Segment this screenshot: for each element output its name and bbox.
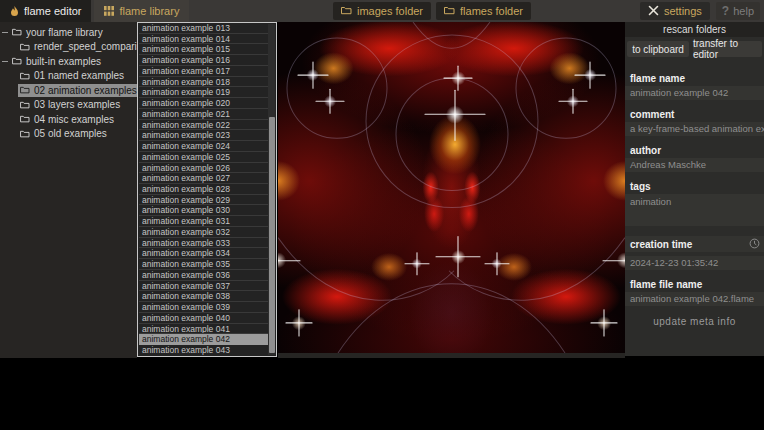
folder-icon xyxy=(20,130,30,138)
folder-buttons: images folder flames folder xyxy=(333,2,531,20)
top-toolbar: flame editor flame library images folder xyxy=(0,0,764,22)
details-panel: rescan folders to clipboard transfer to … xyxy=(625,22,764,356)
tree-item-inner[interactable]: built-in examples xyxy=(10,55,105,68)
update-meta-info-button[interactable]: update meta info xyxy=(625,314,764,329)
flame-icon xyxy=(10,6,19,17)
list-scrollbar-thumb[interactable] xyxy=(269,117,275,354)
tab-flame-editor[interactable]: flame editor xyxy=(0,0,91,22)
tools-icon xyxy=(648,5,659,18)
sidebar-item-02-animation-examples[interactable]: 02 animation examples xyxy=(0,83,137,98)
tree-item-label: render_speed_comparison xyxy=(34,41,153,52)
to-clipboard-button[interactable]: to clipboard xyxy=(627,41,689,57)
list-item[interactable]: animation example 025 xyxy=(139,152,268,163)
folder-icon xyxy=(12,57,22,65)
list-item[interactable]: animation example 040 xyxy=(139,313,268,324)
flame-list-panel: animation example 013animation example 0… xyxy=(137,22,277,357)
list-item[interactable]: animation example 031 xyxy=(139,216,268,227)
list-scrollbar[interactable] xyxy=(268,24,275,355)
list-item[interactable]: animation example 035 xyxy=(139,259,268,270)
button-label: help xyxy=(733,5,754,17)
list-item[interactable]: animation example 029 xyxy=(139,195,268,206)
list-item[interactable]: animation example 028 xyxy=(139,184,268,195)
list-item[interactable]: animation example 041 xyxy=(139,324,268,335)
app-window: flame editor flame library images folder xyxy=(0,0,764,430)
button-label: settings xyxy=(664,5,702,17)
flame-name-field[interactable]: animation example 042 xyxy=(625,86,764,100)
list-item[interactable]: animation example 036 xyxy=(139,270,268,281)
tree-item-inner[interactable]: your flame library xyxy=(10,26,107,39)
folder-icon xyxy=(341,5,352,17)
images-folder-button[interactable]: images folder xyxy=(333,2,431,20)
list-item[interactable]: animation example 033 xyxy=(139,238,268,249)
tree-item-inner[interactable]: 01 named examples xyxy=(18,69,128,82)
folder-icon xyxy=(20,43,30,51)
sidebar-item-05-old-examples[interactable]: 05 old examples xyxy=(0,127,137,142)
list-item[interactable]: animation example 019 xyxy=(139,87,268,98)
sidebar-item-your-flame-library[interactable]: your flame library xyxy=(0,25,137,40)
list-item[interactable]: animation example 030 xyxy=(139,205,268,216)
question-mark-icon: ? xyxy=(722,4,729,18)
help-button[interactable]: ? help xyxy=(716,2,760,20)
list-item[interactable]: animation example 016 xyxy=(139,55,268,66)
flame-file-name-field[interactable]: animation example 042.flame xyxy=(625,292,764,306)
list-item[interactable]: animation example 017 xyxy=(139,66,268,77)
folder-icon xyxy=(12,28,22,36)
sidebar-item-render-speed-comparison[interactable]: render_speed_comparison xyxy=(0,40,137,55)
creation-time-field[interactable]: 2024-12-23 01:35:42 xyxy=(625,256,764,270)
folder-icon xyxy=(20,86,30,94)
flame-preview xyxy=(278,22,625,353)
folder-icon xyxy=(20,115,30,123)
footer-black-area xyxy=(0,358,764,430)
sidebar-item-04-misc-examples[interactable]: 04 misc examples xyxy=(0,112,137,127)
tab-flame-library[interactable]: flame library xyxy=(94,0,189,22)
tree-item-label: built-in examples xyxy=(26,56,101,67)
list-item[interactable]: animation example 043 xyxy=(139,345,268,355)
sidebar-tree: your flame libraryrender_speed_compariso… xyxy=(0,22,137,358)
list-item[interactable]: animation example 024 xyxy=(139,141,268,152)
list-item[interactable]: animation example 038 xyxy=(139,291,268,302)
tree-item-inner[interactable]: 05 old examples xyxy=(18,127,111,140)
rescan-folders-button[interactable]: rescan folders xyxy=(625,22,764,37)
list-item[interactable]: animation example 021 xyxy=(139,109,268,120)
flames-folder-button[interactable]: flames folder xyxy=(436,2,531,20)
list-item[interactable]: animation example 027 xyxy=(139,173,268,184)
creation-time-header: creation time xyxy=(625,236,764,252)
list-item[interactable]: animation example 013 xyxy=(139,23,268,34)
list-item[interactable]: animation example 037 xyxy=(139,281,268,292)
list-item[interactable]: animation example 032 xyxy=(139,227,268,238)
tree-item-inner[interactable]: 03 layers examples xyxy=(18,98,124,111)
list-item[interactable]: animation example 015 xyxy=(139,44,268,55)
folder-icon xyxy=(20,72,30,80)
creation-time-label: creation time xyxy=(625,239,692,250)
clock-icon[interactable] xyxy=(749,235,760,253)
author-label: author xyxy=(625,145,764,158)
transfer-to-editor-button[interactable]: transfer to editor xyxy=(693,41,762,57)
tags-label: tags xyxy=(625,181,764,194)
tree-item-label: 03 layers examples xyxy=(34,99,120,110)
list-item[interactable]: animation example 034 xyxy=(139,248,268,259)
settings-button[interactable]: settings xyxy=(640,2,710,20)
tags-field[interactable]: animation xyxy=(625,194,764,226)
list-item[interactable]: animation example 014 xyxy=(139,34,268,45)
list-item[interactable]: animation example 020 xyxy=(139,98,268,109)
list-item[interactable]: animation example 039 xyxy=(139,302,268,313)
sidebar-item-01-named-examples[interactable]: 01 named examples xyxy=(0,69,137,84)
list-item[interactable]: animation example 042 xyxy=(139,334,268,345)
comment-field[interactable]: a key-frame-based animation examp xyxy=(625,122,764,136)
flame-file-name-label: flame file name xyxy=(625,279,764,292)
tree-item-inner[interactable]: 02 animation examples xyxy=(18,84,141,97)
button-label: flames folder xyxy=(460,5,523,17)
tree-item-inner[interactable]: 04 misc examples xyxy=(18,113,118,126)
folder-icon xyxy=(20,101,30,109)
sidebar-item-03-layers-examples[interactable]: 03 layers examples xyxy=(0,98,137,113)
list-item[interactable]: animation example 023 xyxy=(139,130,268,141)
author-field[interactable]: Andreas Maschke xyxy=(625,158,764,172)
list-item[interactable]: animation example 018 xyxy=(139,77,268,88)
list-item[interactable]: animation example 022 xyxy=(139,120,268,131)
list-item[interactable]: animation example 026 xyxy=(139,163,268,174)
button-label: images folder xyxy=(357,5,423,17)
topbar-right: settings ? help xyxy=(640,2,760,20)
collapse-handle[interactable] xyxy=(2,32,8,33)
sidebar-item-built-in-examples[interactable]: built-in examples xyxy=(0,54,137,69)
collapse-handle[interactable] xyxy=(2,61,8,62)
